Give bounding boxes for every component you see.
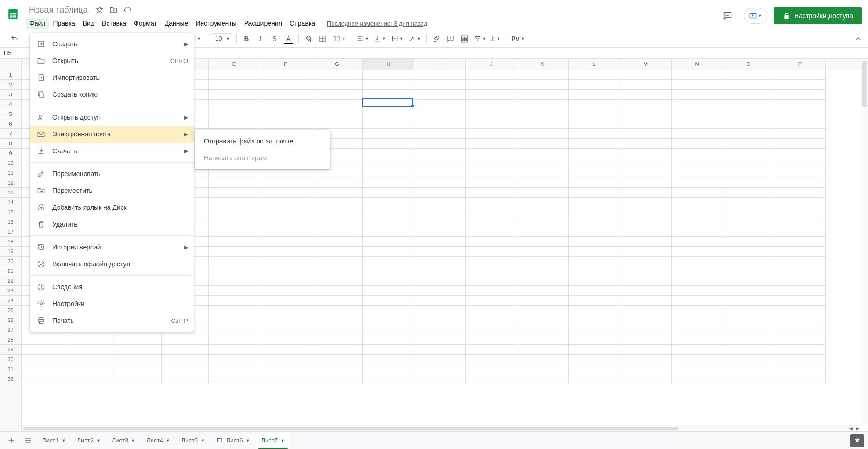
cell[interactable]	[414, 364, 466, 374]
cell[interactable]	[414, 374, 466, 384]
cell[interactable]	[672, 237, 723, 247]
column-header[interactable]: K	[517, 59, 569, 70]
scroll-left-icon[interactable]: ◀	[847, 425, 854, 432]
cell[interactable]	[414, 237, 466, 247]
horizontal-scrollbar[interactable]: ◀ ▶	[22, 425, 861, 431]
cell[interactable]	[774, 178, 826, 188]
cell[interactable]	[414, 70, 466, 80]
cell[interactable]	[466, 207, 517, 217]
row-header[interactable]: 23	[0, 286, 21, 296]
cell[interactable]	[723, 188, 774, 198]
cell[interactable]	[414, 178, 466, 188]
file-menu-item[interactable]: Удалить	[30, 216, 194, 233]
cell[interactable]	[723, 129, 774, 139]
cell[interactable]	[260, 266, 311, 276]
font-size-select[interactable]: 10▼	[211, 33, 232, 44]
cell[interactable]	[620, 198, 672, 207]
cell[interactable]	[466, 296, 517, 306]
cell[interactable]	[774, 364, 826, 374]
cell[interactable]	[569, 188, 620, 198]
cell[interactable]	[517, 374, 569, 384]
cell[interactable]	[363, 325, 414, 335]
cell[interactable]	[414, 276, 466, 286]
doc-title[interactable]: Новая таблица	[26, 4, 91, 16]
cell[interactable]	[466, 119, 517, 129]
cell[interactable]	[466, 139, 517, 149]
cell[interactable]	[774, 100, 826, 109]
cell[interactable]	[672, 257, 723, 266]
cell[interactable]	[672, 100, 723, 109]
cell[interactable]	[209, 70, 260, 80]
menu-справка[interactable]: Справка	[286, 18, 318, 29]
cell[interactable]	[620, 168, 672, 178]
cell[interactable]	[22, 374, 68, 384]
cell[interactable]	[260, 257, 311, 266]
cell[interactable]	[672, 227, 723, 237]
cell[interactable]	[311, 178, 363, 188]
cell[interactable]	[723, 335, 774, 345]
cell[interactable]	[569, 109, 620, 119]
last-edit-link[interactable]: Последнее изменение: 3 дня назад	[327, 20, 427, 27]
italic-button[interactable]: I	[254, 32, 267, 45]
cell[interactable]	[209, 178, 260, 188]
cell[interactable]	[723, 149, 774, 158]
cell[interactable]	[672, 70, 723, 80]
cell[interactable]	[774, 286, 826, 296]
cell[interactable]	[363, 149, 414, 158]
cell[interactable]	[311, 286, 363, 296]
menu-данные[interactable]: Данные	[161, 18, 192, 29]
cell[interactable]	[517, 207, 569, 217]
name-box[interactable]: H5	[0, 50, 24, 57]
cell[interactable]	[620, 315, 672, 325]
cell[interactable]	[774, 168, 826, 178]
cell[interactable]	[162, 374, 209, 384]
cell[interactable]	[466, 276, 517, 286]
cell[interactable]	[209, 364, 260, 374]
row-header[interactable]: 2	[0, 80, 21, 90]
cell[interactable]	[466, 149, 517, 158]
cell[interactable]	[774, 315, 826, 325]
cell[interactable]	[620, 188, 672, 198]
cell[interactable]	[517, 315, 569, 325]
cell[interactable]	[620, 178, 672, 188]
cell[interactable]	[774, 139, 826, 149]
cell[interactable]	[22, 345, 68, 355]
cell[interactable]	[466, 109, 517, 119]
row-header[interactable]: 15	[0, 207, 21, 217]
cell[interactable]	[517, 139, 569, 149]
cell[interactable]	[569, 355, 620, 364]
cell[interactable]	[209, 374, 260, 384]
cell[interactable]	[363, 286, 414, 296]
cell[interactable]	[466, 90, 517, 100]
cell[interactable]	[672, 119, 723, 129]
cell[interactable]	[620, 100, 672, 109]
cell[interactable]	[569, 149, 620, 158]
cell[interactable]	[260, 227, 311, 237]
cell[interactable]	[620, 207, 672, 217]
cell[interactable]	[363, 188, 414, 198]
cell[interactable]	[620, 80, 672, 90]
collapse-toolbar-button[interactable]	[852, 32, 864, 45]
file-menu-item[interactable]: Добавить ярлык на Диск	[30, 199, 194, 216]
cell[interactable]	[209, 355, 260, 364]
file-menu-item[interactable]: Создать копию	[30, 86, 194, 103]
cell[interactable]	[774, 237, 826, 247]
row-header[interactable]: 11	[0, 168, 21, 178]
cell[interactable]	[774, 306, 826, 315]
cell[interactable]	[466, 306, 517, 315]
cell[interactable]	[115, 345, 162, 355]
cell[interactable]	[672, 178, 723, 188]
file-menu-item[interactable]: Создать▶	[30, 36, 194, 52]
cell[interactable]	[672, 207, 723, 217]
cell[interactable]	[311, 188, 363, 198]
cell[interactable]	[723, 227, 774, 237]
cell[interactable]	[517, 335, 569, 345]
cell[interactable]	[517, 119, 569, 129]
cell[interactable]	[466, 198, 517, 207]
cell[interactable]	[774, 198, 826, 207]
file-menu-item[interactable]: Открыть доступ▶	[30, 109, 194, 126]
cell[interactable]	[672, 315, 723, 325]
filter-button[interactable]: ▼	[472, 32, 488, 45]
cell[interactable]	[517, 80, 569, 90]
sheet-tab[interactable]: Лист4▼	[142, 432, 174, 449]
